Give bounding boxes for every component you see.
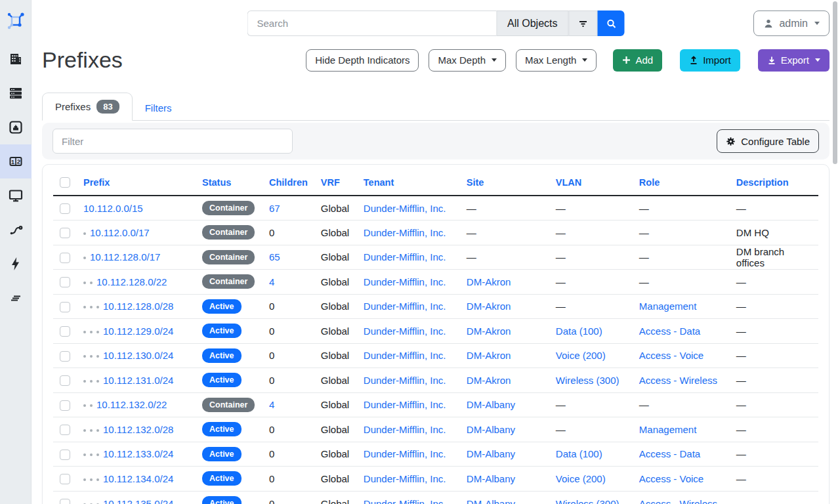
search-input[interactable] — [247, 10, 497, 36]
role-link[interactable]: Access - Wireless — [639, 498, 717, 504]
row-checkbox[interactable] — [60, 425, 70, 435]
prefix-link[interactable]: 10.112.0.0/17 — [90, 227, 150, 238]
column-sort-link[interactable]: Status — [202, 177, 231, 188]
row-checkbox[interactable] — [60, 499, 70, 504]
prefix-link[interactable]: 10.112.135.0/24 — [103, 498, 173, 504]
sidebar-item-organization[interactable] — [0, 42, 32, 76]
search-submit-button[interactable] — [598, 10, 625, 36]
children-count-link[interactable]: 4 — [269, 399, 274, 410]
quick-filter-input[interactable] — [52, 129, 293, 154]
role-link[interactable]: Access - Data — [639, 326, 700, 337]
tenant-link[interactable]: Dunder-Mifflin, Inc. — [364, 473, 446, 484]
sidebar-item-devices[interactable] — [0, 76, 32, 110]
row-checkbox[interactable] — [60, 302, 70, 312]
site-link[interactable]: DM-Albany — [467, 498, 515, 504]
role-link[interactable]: Management — [639, 424, 697, 435]
row-checkbox[interactable] — [60, 351, 70, 362]
max-length-dropdown[interactable]: Max Length — [516, 49, 597, 72]
site-link[interactable]: DM-Akron — [467, 375, 511, 386]
sidebar-item-virtualization[interactable] — [0, 178, 32, 213]
tab-prefixes[interactable]: Prefixes 83 — [42, 93, 133, 121]
site-link[interactable]: DM-Albany — [467, 473, 515, 484]
sidebar-item-ipam[interactable]: 1 2 — [0, 144, 32, 178]
column-sort-link[interactable]: Tenant — [364, 177, 394, 188]
row-checkbox[interactable] — [60, 228, 70, 238]
site-link[interactable]: DM-Albany — [467, 424, 515, 435]
prefix-link[interactable]: 10.112.0.0/15 — [83, 203, 143, 214]
tenant-link[interactable]: Dunder-Mifflin, Inc. — [364, 227, 446, 238]
column-sort-link[interactable]: Children — [269, 177, 308, 188]
prefix-link[interactable]: 10.112.134.0/24 — [103, 473, 173, 484]
children-count-link[interactable]: 4 — [269, 276, 274, 287]
site-link[interactable]: DM-Albany — [467, 399, 515, 410]
site-link[interactable]: DM-Akron — [467, 301, 511, 312]
search-scope-dropdown[interactable]: All Objects — [496, 10, 568, 36]
site-link[interactable]: DM-Akron — [467, 350, 511, 361]
role-link[interactable]: Access - Voice — [639, 473, 704, 484]
children-count-link[interactable]: 65 — [269, 251, 280, 262]
row-checkbox[interactable] — [60, 400, 70, 411]
column-sort-link[interactable]: Role — [639, 177, 660, 188]
vlan-link[interactable]: Data (100) — [556, 326, 602, 337]
row-checkbox[interactable] — [60, 326, 70, 337]
export-dropdown[interactable]: Export — [758, 49, 830, 72]
import-button[interactable]: Import — [680, 49, 740, 72]
site-link[interactable]: DM-Akron — [467, 276, 511, 287]
tenant-link[interactable]: Dunder-Mifflin, Inc. — [364, 350, 446, 361]
role-link[interactable]: Management — [639, 301, 697, 312]
prefix-link[interactable]: 10.112.128.0/17 — [90, 251, 160, 262]
sidebar-item-circuits[interactable] — [0, 213, 32, 247]
tenant-link[interactable]: Dunder-Mifflin, Inc. — [364, 424, 446, 435]
vlan-link[interactable]: Wireless (300) — [556, 375, 620, 386]
prefix-link[interactable]: 10.112.133.0/24 — [103, 448, 173, 459]
row-checkbox[interactable] — [60, 375, 70, 386]
role-link[interactable]: Access - Wireless — [639, 375, 717, 386]
tenant-link[interactable]: Dunder-Mifflin, Inc. — [364, 448, 446, 459]
row-checkbox[interactable] — [60, 474, 70, 484]
tab-filters[interactable]: Filters — [133, 96, 184, 120]
vlan-link[interactable]: Data (100) — [556, 448, 602, 459]
prefix-link[interactable]: 10.112.129.0/24 — [103, 326, 173, 337]
user-menu-button[interactable]: admin — [753, 10, 830, 36]
tenant-link[interactable]: Dunder-Mifflin, Inc. — [364, 399, 446, 410]
prefix-link[interactable]: 10.112.131.0/24 — [103, 375, 173, 386]
tenant-link[interactable]: Dunder-Mifflin, Inc. — [364, 375, 446, 386]
hide-depth-indicators-button[interactable]: Hide Depth Indicators — [306, 49, 419, 72]
max-depth-dropdown[interactable]: Max Depth — [429, 49, 506, 72]
row-checkbox[interactable] — [60, 277, 70, 287]
column-sort-link[interactable]: VRF — [321, 177, 340, 188]
tenant-link[interactable]: Dunder-Mifflin, Inc. — [364, 251, 446, 262]
prefix-link[interactable]: 10.112.130.0/24 — [103, 350, 173, 361]
netbox-logo[interactable] — [0, 0, 32, 42]
configure-table-button[interactable]: Configure Table — [717, 129, 819, 153]
prefix-link[interactable]: 10.112.132.0/28 — [103, 424, 173, 435]
sidebar-item-overlays[interactable] — [0, 281, 32, 315]
tenant-link[interactable]: Dunder-Mifflin, Inc. — [364, 301, 446, 312]
scrollbar-thumb[interactable] — [833, 1, 837, 164]
select-all-checkbox[interactable] — [60, 177, 70, 188]
tenant-link[interactable]: Dunder-Mifflin, Inc. — [364, 276, 446, 287]
column-sort-link[interactable]: Description — [736, 177, 789, 188]
children-count-link[interactable]: 67 — [269, 203, 280, 214]
vlan-link[interactable]: Voice (200) — [556, 350, 606, 361]
row-checkbox[interactable] — [60, 450, 70, 460]
role-link[interactable]: Access - Data — [639, 448, 700, 459]
column-sort-link[interactable]: Prefix — [83, 177, 110, 188]
row-checkbox[interactable] — [60, 203, 70, 214]
prefix-link[interactable]: 10.112.128.0/22 — [96, 276, 167, 287]
search-filter-button[interactable] — [569, 10, 598, 36]
site-link[interactable]: DM-Akron — [467, 326, 511, 337]
sidebar-item-connections[interactable] — [0, 110, 32, 144]
tenant-link[interactable]: Dunder-Mifflin, Inc. — [364, 203, 446, 214]
vlan-link[interactable]: Voice (200) — [556, 473, 606, 484]
add-button[interactable]: Add — [613, 49, 662, 72]
row-checkbox[interactable] — [60, 253, 70, 263]
prefix-link[interactable]: 10.112.132.0/22 — [96, 399, 167, 410]
tenant-link[interactable]: Dunder-Mifflin, Inc. — [364, 326, 446, 337]
column-sort-link[interactable]: VLAN — [556, 177, 581, 188]
tenant-link[interactable]: Dunder-Mifflin, Inc. — [364, 498, 446, 504]
column-sort-link[interactable]: Site — [467, 177, 484, 188]
site-link[interactable]: DM-Albany — [467, 448, 515, 459]
sidebar-item-power[interactable] — [0, 247, 32, 281]
role-link[interactable]: Access - Voice — [639, 350, 704, 361]
